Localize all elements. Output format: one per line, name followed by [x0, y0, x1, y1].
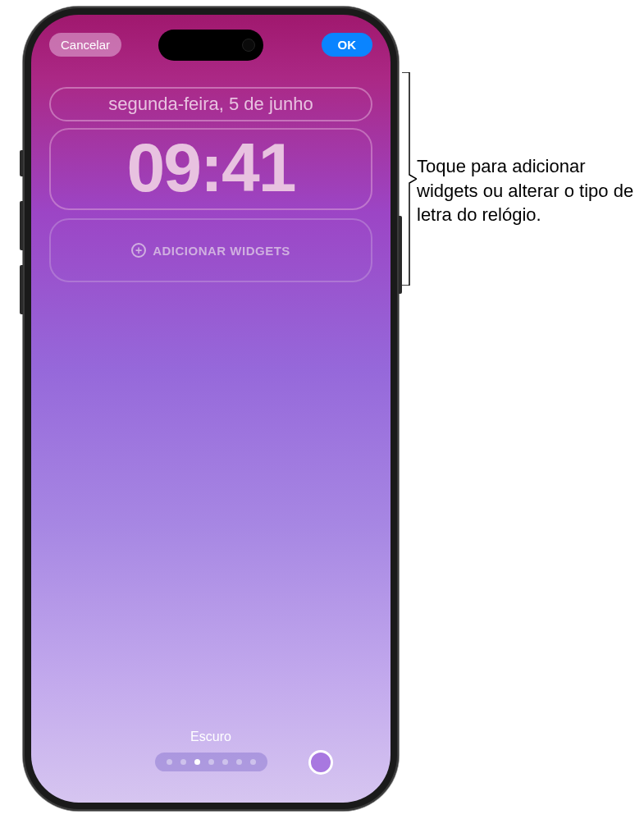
phone-screen: Cancelar OK segunda-feira, 5 de junho 09…	[31, 15, 391, 803]
cancel-button[interactable]: Cancelar	[49, 33, 121, 57]
front-camera	[242, 39, 255, 52]
callout-bracket	[402, 72, 417, 286]
page-dot	[180, 759, 186, 765]
page-dot	[167, 759, 172, 765]
mute-switch	[20, 150, 23, 176]
bottom-row	[54, 753, 368, 771]
color-picker-button[interactable]	[308, 750, 333, 775]
phone-side-buttons-left	[20, 150, 23, 329]
widgets-area: segunda-feira, 5 de junho 09:41 + ADICIO…	[49, 87, 372, 282]
volume-up-button	[20, 201, 23, 250]
page-dot	[208, 759, 214, 765]
bracket-icon	[402, 72, 417, 286]
page-dot-active	[194, 759, 200, 765]
bottom-controls: Escuro	[31, 730, 391, 771]
page-dot	[222, 759, 228, 765]
style-label: Escuro	[54, 730, 368, 744]
date-widget[interactable]: segunda-feira, 5 de junho	[49, 87, 372, 121]
ok-button[interactable]: OK	[322, 33, 373, 57]
clock-widget[interactable]: 09:41	[49, 128, 372, 210]
volume-down-button	[20, 265, 23, 314]
clock-time: 09:41	[64, 133, 358, 202]
callout-text: Toque para adicionar widgets ou alterar …	[417, 154, 638, 227]
add-widgets-button[interactable]: + ADICIONAR WIDGETS	[49, 218, 372, 282]
date-text: segunda-feira, 5 de junho	[64, 94, 358, 115]
dynamic-island	[158, 30, 263, 61]
plus-circle-icon: +	[131, 243, 146, 258]
page-dot	[250, 759, 256, 765]
add-widgets-label: ADICIONAR WIDGETS	[153, 244, 290, 258]
page-indicator[interactable]	[155, 753, 267, 771]
page-dot	[236, 759, 242, 765]
phone-frame: Cancelar OK segunda-feira, 5 de junho 09…	[23, 7, 399, 811]
